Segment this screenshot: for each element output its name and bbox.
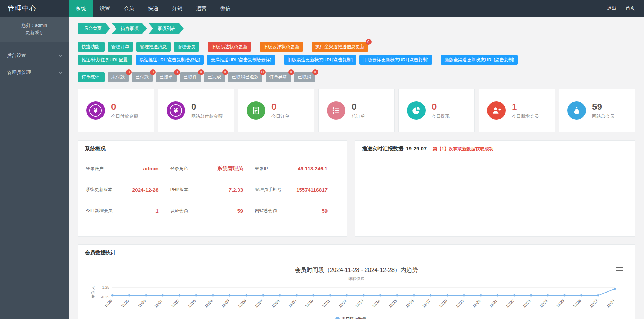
nav-item-distribution[interactable]: 分销 [165, 0, 189, 17]
stat-label: 网站总付款金额 [191, 113, 223, 119]
svg-text:12/07: 12/07 [254, 299, 264, 308]
stat-label: 今日提现 [432, 113, 450, 119]
svg-text:12/23: 12/23 [522, 299, 532, 308]
stat-label: 今日订单 [271, 113, 289, 119]
svg-text:11/30: 11/30 [137, 299, 146, 308]
count-badge: 0 [288, 69, 294, 75]
order-picked-button[interactable]: 已取件 0 [180, 72, 201, 82]
svg-text:11/28: 11/28 [104, 299, 113, 308]
svg-text:12/10: 12/10 [304, 299, 314, 308]
yunyang-push-url-button[interactable]: 云洋推送URL[点击复制给云洋] [207, 55, 275, 65]
breadcrumb-todo[interactable]: 待办事项 [112, 23, 147, 34]
sidebar-item-backend-settings[interactable]: 后台设置 [0, 47, 69, 64]
nav-item-express[interactable]: 快递 [141, 0, 165, 17]
svg-text:12/22: 12/22 [505, 299, 515, 308]
order-accepted-button[interactable]: 已接单 0 [156, 72, 177, 82]
svg-text:-0.25: -0.25 [101, 295, 109, 299]
push-report-panel: 推送实时汇报数据 19:29:07 第【1】次获取新数据获取成功... [355, 140, 635, 237]
pie-chart-icon [407, 101, 426, 120]
field-value: 系统管理员 [217, 165, 243, 172]
nav-item-settings[interactable]: 设置 [93, 0, 117, 17]
push-task-url-config-label: 推送/计划任务URL配置: [78, 55, 132, 65]
svg-text:12/28: 12/28 [606, 299, 615, 308]
field-value: 15574116817 [296, 187, 328, 193]
svg-text:12/01: 12/01 [153, 299, 163, 308]
nav-item-wechat[interactable]: 微信 [213, 0, 237, 17]
field-label: 登录角色 [170, 166, 188, 172]
yen-circle-icon: ¥ [86, 101, 105, 120]
sidebar-item-admin-management[interactable]: 管理员管理 [0, 64, 69, 81]
yen-circle-icon: ¥ [167, 101, 185, 120]
update-cache-link[interactable]: 更新缓存 [3, 29, 65, 36]
yunyang-status-update-button[interactable]: 旧版云洋状态更新 [260, 42, 303, 52]
order-cancelled-refunded-button[interactable]: 已取消已退款 0 [228, 72, 262, 82]
stat-value: 0 [111, 102, 138, 112]
yida-legacy-status-url-button[interactable]: 旧版易达更新状态URL[点击复制] [284, 55, 356, 65]
svg-text:12/08: 12/08 [271, 299, 280, 308]
field-value: 59 [322, 208, 328, 214]
field-value: 49.118.246.1 [298, 166, 328, 171]
manage-push-messages-button[interactable]: 管理推送消息 [136, 42, 171, 52]
chart-menu-icon[interactable] [616, 266, 623, 272]
svg-text:12/09: 12/09 [288, 299, 297, 308]
order-abnormal-button[interactable]: 订单异常 0 [266, 72, 291, 82]
order-completed-button[interactable]: 已完成 0 [204, 72, 225, 82]
svg-text:12/05: 12/05 [221, 299, 230, 308]
stat-label: 今日新增会员 [512, 113, 539, 119]
order-paid-button[interactable]: 已付款 0 [132, 72, 153, 82]
nav-item-operation[interactable]: 运营 [189, 0, 213, 17]
manage-orders-button[interactable]: 管理订单 [108, 42, 133, 52]
field-value: admin [143, 166, 159, 171]
breadcrumb-home[interactable]: 后台首页 [78, 23, 110, 34]
all-channel-push-update-button[interactable]: 执行全渠道推送信息更新 0 [312, 42, 368, 52]
svg-text:12/11: 12/11 [321, 299, 331, 308]
home-link[interactable]: 首页 [625, 5, 635, 11]
stat-card-today-orders: 0 今日订单 [238, 89, 314, 132]
svg-text:12/18: 12/18 [438, 299, 448, 308]
sidebar-menu: 后台设置 管理员管理 [0, 47, 69, 81]
logout-link[interactable]: 退出 [607, 5, 616, 11]
stat-value: 1 [512, 102, 539, 112]
breadcrumb: 后台首页 待办事项 事项列表 [78, 23, 635, 34]
chart-title: 会员时间段（2024-11-28 - 2024-12-28）内趋势 [88, 266, 624, 274]
trend-line-chart: 1.25-0.25单位:人11/2811/2911/3012/0112/0212… [88, 283, 624, 319]
count-badge: 0 [260, 69, 266, 75]
chevron-down-icon [58, 70, 62, 74]
stat-cards-row: ¥ 0 今日付款金额 ¥ 0 网站总付款金额 0 今日订单 [78, 89, 635, 132]
order-cancelled-button[interactable]: 已取消 0 [294, 72, 315, 82]
svg-text:12/19: 12/19 [455, 299, 465, 308]
yunyang-legacy-status-url-button[interactable]: 旧版云洋更新状态URL[点击复制] [359, 55, 432, 65]
stat-value: 0 [191, 102, 223, 112]
yida-push-url-button[interactable]: 易达推送URL[点击复制给易达] [136, 55, 204, 65]
user-greeting: 您好：admin [3, 22, 65, 29]
order-unpaid-button[interactable]: 未付款 0 [108, 72, 129, 82]
svg-text:12/03: 12/03 [187, 299, 197, 308]
field-label: 网站总会员 [255, 208, 277, 214]
svg-text:12/26: 12/26 [572, 299, 582, 308]
count-badge: 0 [150, 69, 156, 75]
top-navigation: 系统 设置 会员 快递 分销 运营 微信 [69, 0, 607, 17]
yida-status-update-button[interactable]: 旧版易达状态更新 [208, 42, 251, 52]
svg-text:12/20: 12/20 [472, 299, 481, 308]
stat-label: 今日付款金额 [111, 113, 138, 119]
field-label: 认证会员 [170, 208, 188, 214]
sidebar: 您好：admin 更新缓存 后台设置 管理员管理 [0, 17, 69, 319]
stat-value: 0 [271, 102, 289, 112]
nav-item-system[interactable]: 系统 [69, 0, 93, 17]
manage-members-button[interactable]: 管理会员 [174, 42, 199, 52]
svg-text:12/13: 12/13 [354, 299, 364, 308]
system-overview-row: 今日新增会员1 认证会员59 网站总会员59 [86, 200, 339, 221]
nav-item-members[interactable]: 会员 [117, 0, 141, 17]
system-overview-panel: 系统概况 登录账户admin 登录角色系统管理员 登录IP49.118.246.… [78, 140, 347, 237]
push-report-status: 第【1】次获取新数据获取成功... [433, 146, 497, 152]
list-icon [327, 101, 345, 120]
stat-value: 0 [352, 102, 365, 112]
document-icon [247, 101, 265, 120]
panel-title: 系统概况 [85, 146, 106, 152]
sidebar-item-label: 后台设置 [7, 53, 26, 59]
stat-card-total-members: 59 网站总会员 [559, 89, 635, 132]
all-channel-status-url-button[interactable]: 新版全渠道更新状态URL[点击复制] [441, 55, 518, 65]
field-value: 2024-12-28 [132, 187, 159, 193]
breadcrumb-item-list[interactable]: 事项列表 [149, 23, 184, 34]
sidebar-item-label: 管理员管理 [7, 70, 31, 76]
